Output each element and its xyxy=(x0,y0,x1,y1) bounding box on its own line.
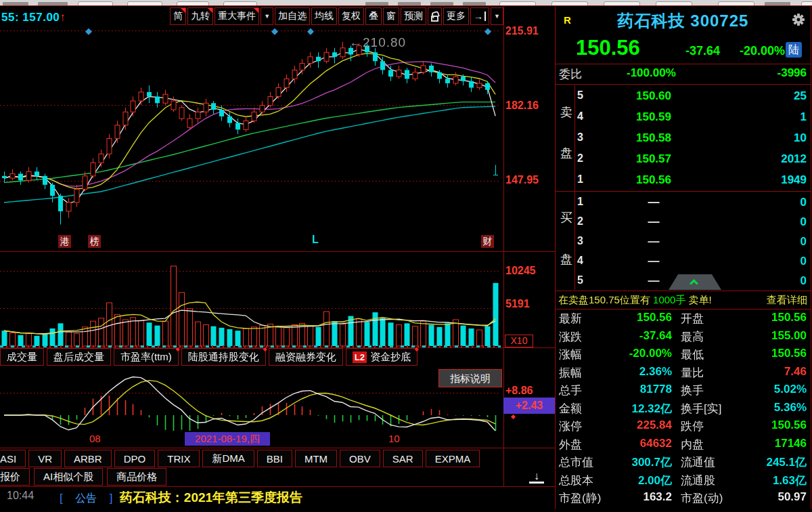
order-volume: 1949 xyxy=(781,173,807,187)
indicator-tab-MTM[interactable]: MTM xyxy=(295,450,337,467)
toolbar-button-窗[interactable]: 窗 xyxy=(383,7,399,25)
indicator-current-value: +2.43 xyxy=(503,398,555,414)
indicator-tab-BBI[interactable]: BBI xyxy=(257,450,292,467)
tab-盘后成交量[interactable]: 盘后成交量 xyxy=(47,348,111,366)
stat-label: 最低 xyxy=(681,347,704,362)
hk-flag-badge[interactable]: 港 xyxy=(58,235,71,248)
indicator-tab-新DMA[interactable]: 新DMA xyxy=(202,450,254,467)
indicator-tab-OBV[interactable]: OBV xyxy=(340,450,380,467)
toolbar-button-九转[interactable]: 九转 xyxy=(187,7,213,25)
view-detail-link[interactable]: 查看详细 xyxy=(767,294,807,307)
stats-row: 总手81778换手5.02% xyxy=(556,383,811,400)
order-price: — xyxy=(576,196,731,209)
order-row: 2150.572012 xyxy=(576,150,809,171)
toolbar-button-均线[interactable]: 均线 xyxy=(311,7,337,25)
divider xyxy=(574,192,575,290)
chevron-up-icon xyxy=(690,279,698,288)
buy-side-label: 盘 xyxy=(560,251,572,268)
order-volume: 25 xyxy=(794,89,807,103)
skip-to-latest-button[interactable]: → xyxy=(470,7,489,25)
stat-value: 5.02% xyxy=(732,383,807,396)
tool-tab-AI相似个股[interactable]: AI相似个股 xyxy=(34,468,103,486)
candlestick-chart[interactable] xyxy=(0,27,501,251)
stat-label: 外盘 xyxy=(559,437,582,452)
indicator-help-button[interactable]: 指标说明 xyxy=(438,369,502,387)
price-axis-label: 147.95 xyxy=(505,174,539,186)
event-diamond-icon[interactable]: ◆ xyxy=(484,26,491,36)
buy-side-label: 买 xyxy=(560,209,572,226)
stat-value: 7.46 xyxy=(732,365,807,379)
toolbar-button-重大事件[interactable]: 重大事件 xyxy=(215,7,259,25)
stat-value: 81778 xyxy=(610,383,672,396)
order-price: 150.56 xyxy=(576,173,731,187)
toolbar-button-叠[interactable]: 叠 xyxy=(365,7,382,25)
indicator-tab-ASI[interactable]: ASI xyxy=(0,450,26,467)
toolbar-button-▼[interactable]: ▼ xyxy=(261,7,273,25)
high-price-annotation: ←210.80 xyxy=(349,35,406,50)
weibi-value: -100.00% xyxy=(627,66,676,80)
indicator-tab-EXPMA[interactable]: EXPMA xyxy=(426,450,480,467)
order-row: 1—0 xyxy=(576,193,809,213)
divider xyxy=(0,251,555,252)
toolbar-button-复权[interactable]: 复权 xyxy=(338,7,364,25)
stat-label: 最新 xyxy=(559,311,582,326)
volume-chart[interactable] xyxy=(0,253,501,347)
event-diamond-icon[interactable]: ◆ xyxy=(307,26,314,36)
indicator-tab-ARBR[interactable]: ARBR xyxy=(64,450,112,467)
sell-side-label: 盘 xyxy=(560,145,572,161)
divider xyxy=(556,309,811,310)
event-diamond-icon[interactable]: ◆ xyxy=(85,26,92,36)
sell-side-label: 卖 xyxy=(560,104,572,121)
event-diamond-icon[interactable]: ◆ xyxy=(271,26,278,36)
stat-label: 市盈(动) xyxy=(681,490,723,506)
indicator-tab-VR[interactable]: VR xyxy=(28,450,62,467)
lock-icon-button[interactable] xyxy=(428,7,442,25)
news-headline[interactable]: 药石科技：2021年第三季度报告 xyxy=(120,490,302,505)
stats-row: 涨幅-20.00%最低150.56 xyxy=(556,347,811,364)
order-row: 2—0 xyxy=(576,213,809,232)
toolbar-button-更多[interactable]: 更多 xyxy=(443,7,469,25)
tab-陆股通持股变化[interactable]: 陆股通持股变化 xyxy=(181,348,266,366)
price-change-percent: -20.00% xyxy=(740,44,785,58)
order-volume: 2012 xyxy=(781,152,807,166)
tool-tab-商品价格[interactable]: 商品价格 xyxy=(107,468,166,486)
tab-融资融券变化[interactable]: 融资融券变化 xyxy=(269,348,343,366)
order-price: — xyxy=(576,235,731,249)
indicator-tab-SAR[interactable]: SAR xyxy=(383,450,423,467)
stat-label: 最高 xyxy=(681,329,704,345)
gear-icon[interactable] xyxy=(792,13,805,29)
stat-value: -37.64 xyxy=(610,329,672,343)
order-row: 4150.591 xyxy=(576,108,809,129)
stats-row: 涨跌-37.64最高155.00 xyxy=(556,329,811,347)
bracket: [ xyxy=(60,492,63,505)
tab-资金抄底[interactable]: L2资金抄底 xyxy=(346,348,418,366)
up-arrow-icon: ↑ xyxy=(60,11,66,24)
stat-label: 总市值 xyxy=(559,454,593,470)
divider xyxy=(574,85,575,191)
news-line[interactable]: [ 公告 ] 药石科技：2021年第三季度报告 xyxy=(60,489,302,507)
indicator-tab-TRIX[interactable]: TRIX xyxy=(158,450,200,467)
tab-成交量[interactable]: 成交量 xyxy=(0,348,44,366)
tab-市盈率(ttm)[interactable]: 市盈率(ttm) xyxy=(114,348,179,366)
chart-toolbar: 55: 157.00↑ 简九转重大事件▼加自选均线复权叠窗预测更多→▼ xyxy=(0,6,504,27)
toolbar-button-加自选[interactable]: 加自选 xyxy=(275,7,310,25)
download-icon[interactable]: ↓ xyxy=(529,470,544,484)
stat-label: 总手 xyxy=(559,383,582,398)
news-status-bar: 10:44 [ 公告 ] 药石科技：2021年第三季度报告 xyxy=(0,487,555,512)
indicator-chart[interactable] xyxy=(0,366,501,432)
toolbar-button-预测[interactable]: 预测 xyxy=(401,7,426,25)
stat-label: 涨幅 xyxy=(559,347,582,362)
toolbar-button-▼[interactable]: ▼ xyxy=(491,7,503,25)
tool-tab-报价[interactable]: 报价 xyxy=(0,468,30,486)
volume-multiplier-badge: X10 xyxy=(505,335,533,347)
trading-terminal-window: 55: 157.00↑ 简九转重大事件▼加自选均线复权叠窗预测更多→▼ ◆ ◆ … xyxy=(0,0,812,512)
toolbar-button-简[interactable]: 简 xyxy=(170,7,186,25)
stat-value: 150.56 xyxy=(732,311,807,324)
stats-row: 外盘64632内盘17146 xyxy=(556,437,811,454)
stat-value: 17146 xyxy=(732,437,807,450)
stat-value: 150.56 xyxy=(610,311,672,324)
stat-label: 总股本 xyxy=(559,473,593,488)
indicator-tab-DPO[interactable]: DPO xyxy=(114,450,156,467)
rank-flag-badge[interactable]: 榜 xyxy=(88,235,101,248)
finance-flag-badge[interactable]: 财 xyxy=(481,235,494,248)
